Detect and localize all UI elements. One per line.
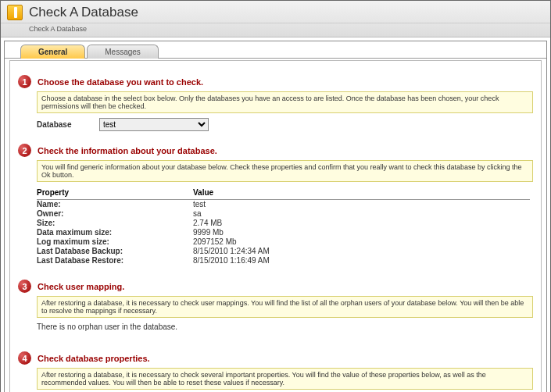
step3-note: There is no orphan user in the database. <box>37 323 533 331</box>
app-window: Check A Database Check A Database Genera… <box>0 0 551 392</box>
step4-info: After restoring a database, it is necess… <box>37 368 533 390</box>
titlebar: Check A Database <box>1 1 550 23</box>
table-row: Name:test <box>37 200 530 210</box>
step1-info: Choose a database in the select box belo… <box>37 91 533 113</box>
page-subtitle: Check A Database <box>1 23 550 37</box>
step3-header: 3 Check user mapping. <box>18 280 533 293</box>
step1-header: 1 Choose the database you want to check. <box>18 75 533 88</box>
tabs: General Messages <box>20 45 546 59</box>
step4-title: Check database properties. <box>38 354 150 363</box>
step2-title: Check the information about your databas… <box>38 146 217 155</box>
table-row: Last Database Backup:8/15/2010 1:24:34 A… <box>37 247 530 256</box>
step1-title: Choose the database you want to check. <box>38 77 203 87</box>
table-row: Log maximum size:2097152 Mb <box>37 237 530 247</box>
database-label: Database <box>37 120 99 129</box>
step2-col-property: Property <box>37 187 193 200</box>
step4-header: 4 Check database properties. <box>18 351 533 365</box>
step2-col-value: Value <box>193 187 530 200</box>
panel-general: 1 Choose the database you want to check.… <box>9 60 542 392</box>
database-select-row: Database test <box>37 118 533 131</box>
tab-messages[interactable]: Messages <box>87 45 159 59</box>
step2-info: You will find generic information about … <box>37 160 533 182</box>
tab-general[interactable]: General <box>20 45 85 59</box>
content-area: General Messages 1 Choose the database y… <box>4 41 547 392</box>
step2-number: 2 <box>18 144 31 157</box>
step3-number: 3 <box>18 280 31 293</box>
step3-title: Check user mapping. <box>38 282 124 291</box>
table-row: Data maximum size:9999 Mb <box>37 228 530 237</box>
table-row: Last Database Restore:8/15/2010 1:16:49 … <box>37 256 530 265</box>
database-select[interactable]: test <box>99 118 209 131</box>
page-title: Check A Database <box>29 5 138 20</box>
step3-info: After restoring a database, it is necess… <box>37 296 533 318</box>
database-icon <box>7 5 23 20</box>
table-row: Owner:sa <box>37 209 530 219</box>
step4-number: 4 <box>18 351 31 365</box>
table-row: Size:2.74 MB <box>37 219 530 228</box>
step2-table: Property Value Name:test Owner:sa Size:2… <box>37 187 530 265</box>
step2-header: 2 Check the information about your datab… <box>18 144 533 157</box>
step1-number: 1 <box>18 75 31 88</box>
